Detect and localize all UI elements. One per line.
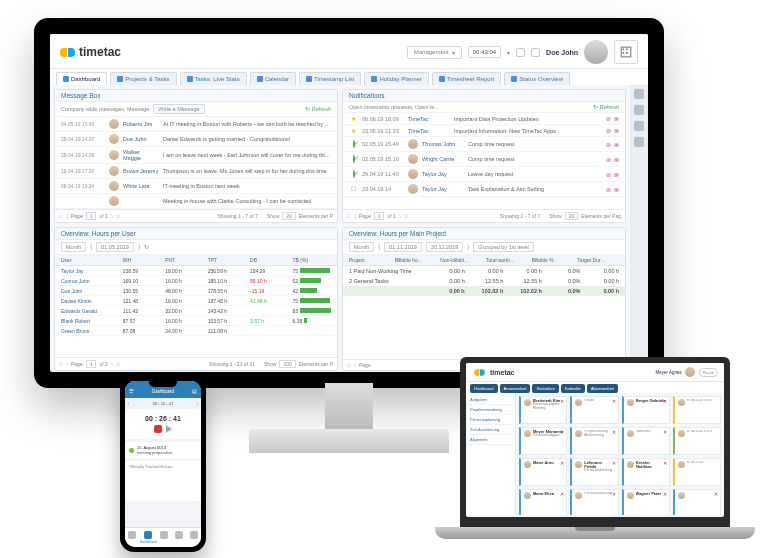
page-input[interactable]: 1	[86, 212, 97, 220]
notification-row[interactable]: ★ 06.06.19 18.09 TimeTac Important Data …	[343, 113, 625, 125]
group-select[interactable]: Grouped by 1st level	[473, 242, 533, 252]
close-icon[interactable]: ✕	[560, 429, 564, 435]
close-icon[interactable]: ✕	[612, 398, 616, 404]
current-task[interactable]: 15. August 0013 meeting preparation	[125, 442, 201, 458]
tab-timesheet-report[interactable]: Timesheet Report	[432, 72, 501, 85]
col-header[interactable]: WH	[121, 257, 163, 263]
laptop-tab[interactable]: Statistiken	[532, 384, 558, 393]
filter-icon[interactable]: ▤	[192, 389, 197, 394]
sidebar-item[interactable]: Zeit-Auswertung	[468, 425, 513, 435]
col-header[interactable]: Project	[347, 257, 393, 263]
col-header[interactable]: TB (%)	[291, 257, 333, 263]
col-header[interactable]: Target Dur…	[575, 257, 621, 263]
close-icon[interactable]: ✕	[612, 460, 616, 466]
person-card[interactable]: Wagner Peter ✕	[622, 489, 670, 515]
col-header[interactable]: Non-billabl…	[438, 257, 484, 263]
date-selector[interactable]: ‹ 00 - 26 - 41 ›	[125, 398, 201, 409]
next-page-icon[interactable]: ⟩	[111, 213, 113, 219]
notification-row[interactable]: ★ 23.05.19 21.33 TimeTac Important Infor…	[343, 125, 625, 137]
tab-projects-tasks[interactable]: Projects & Tasks	[110, 72, 176, 85]
org-button[interactable]	[614, 40, 638, 64]
col-header[interactable]: TPT	[206, 257, 248, 263]
nav-dashboard[interactable]: Dashboard	[140, 528, 157, 547]
laptop-tab[interactable]: Dashboard	[470, 384, 498, 393]
message-row[interactable]: 28.04.19 14.07 Doe John Daniel Edwards i…	[55, 132, 337, 147]
search-icon[interactable]: ⊘	[606, 115, 611, 122]
date-from-input[interactable]: 01.11.2019	[384, 242, 422, 252]
close-icon[interactable]: ✕	[663, 398, 667, 404]
table-row[interactable]: Blank Robert 87.57 16.00 h 103.57 h 3.57…	[55, 316, 337, 326]
close-icon[interactable]: ✕	[612, 429, 616, 435]
notification-row[interactable]: 02.05.19 15.10 Wright Carrie Comp time r…	[343, 152, 625, 167]
close-icon[interactable]: ✕	[560, 491, 564, 497]
person-card[interactable]: Kessler Matthias ✕	[622, 458, 670, 486]
tab-calendar[interactable]: Calendar	[250, 72, 296, 85]
person-card[interactable]: h: 08.2019 0.0%	[673, 396, 721, 424]
prev-page-icon[interactable]: ⟨	[66, 213, 68, 219]
page-input[interactable]: 1	[86, 360, 97, 368]
message-row[interactable]: 04.05.19 15.40 Roberts Jim At IT meeting…	[55, 117, 337, 132]
delete-icon[interactable]: ⊗	[614, 186, 619, 193]
last-page-icon[interactable]: ⟩⟩	[404, 213, 408, 219]
search-icon[interactable]: ⊘	[606, 127, 611, 134]
username[interactable]: Doe John	[546, 49, 578, 56]
search-icon[interactable]: ⊘	[606, 171, 611, 178]
close-icon[interactable]: ✕	[663, 491, 667, 497]
delete-icon[interactable]: ⊗	[614, 171, 619, 178]
notification-row[interactable]: ☐ 23.04.19 14 Taylor Jay Task Explanatio…	[343, 182, 625, 197]
page-size-input[interactable]: 100	[279, 360, 295, 368]
col-header[interactable]: User	[59, 257, 121, 263]
person-card[interactable]: Meyer MariannePersonalaufgabe ✕	[519, 427, 567, 455]
chevron-down-icon[interactable]: ▾	[507, 49, 510, 56]
prev-day-icon[interactable]: ‹	[128, 401, 129, 406]
col-header[interactable]: Billable ho…	[393, 257, 439, 263]
table-row[interactable]: 1 Paid Non-Working Time0.00 h0.00 h0.00 …	[343, 266, 625, 276]
prev-page-icon[interactable]: ⟨	[354, 213, 356, 219]
page-size-input[interactable]: 20	[565, 212, 579, 220]
table-row[interactable]: Green Bruce 87.08 24.00 h 111.08 h	[55, 326, 337, 336]
person-card[interactable]: h: 08.2019 0.0%	[673, 427, 721, 455]
tab-dashboard[interactable]: Dashboard	[56, 72, 107, 85]
date-input[interactable]: 01.05.2019	[96, 242, 134, 252]
brand-logo[interactable]: timetac	[472, 368, 515, 377]
nav-item[interactable]	[125, 528, 140, 547]
person-card[interactable]: Personalabteilung ✕	[570, 489, 618, 515]
play-button[interactable]	[166, 425, 172, 433]
date-to-input[interactable]: 30.11.2019	[426, 242, 464, 252]
brand-logo[interactable]: timetac	[60, 45, 121, 59]
refresh-button[interactable]: Refresh	[305, 106, 331, 112]
page-size-input[interactable]: 20	[282, 212, 296, 220]
close-icon[interactable]: ✕	[663, 460, 667, 466]
col-header[interactable]: PNT	[163, 257, 205, 263]
laptop-tab[interactable]: Anwesenheit	[500, 384, 531, 393]
first-page-icon[interactable]: ⟨⟨	[347, 213, 351, 219]
laptop-tab[interactable]: Abwesenheit	[587, 384, 618, 393]
sidebar-item[interactable]: Aufgaben	[468, 395, 513, 405]
message-row[interactable]: 28.04.19 14.06 Walker Maggie I am on lea…	[55, 147, 337, 164]
close-icon[interactable]: ✕	[663, 429, 667, 435]
write-message-button[interactable]: Write a Message	[153, 104, 204, 114]
table-row[interactable]: Connor John 169.10 16.00 h 185.10 h 89.1…	[55, 276, 337, 286]
message-row[interactable]: 16.04.19 17.20 Brown Jeremy Thompson is …	[55, 164, 337, 179]
person-card[interactable]: Maier Arno ✕	[519, 458, 567, 486]
table-row[interactable]: Taylor Jay 238.59 18.00 h 256.59 h 184.2…	[55, 266, 337, 276]
tab-status-overview[interactable]: Status Overview	[504, 72, 570, 85]
search-icon[interactable]: ⊘	[606, 156, 611, 163]
person-card[interactable]: Breitstedt KimPersonalaufgabe Meeting ✕	[519, 396, 567, 424]
sidebar-item[interactable]: Allgemein	[468, 435, 513, 445]
period-select[interactable]: Month	[61, 242, 86, 252]
close-icon[interactable]: ✕	[612, 491, 616, 497]
search-icon[interactable]: ⊘	[606, 186, 611, 193]
refresh-button[interactable]: Refresh	[593, 104, 619, 110]
search-icon[interactable]: ⊘	[606, 141, 611, 148]
laptop-tab[interactable]: Kalender	[561, 384, 585, 393]
rail-icon[interactable]	[634, 121, 644, 131]
close-icon[interactable]: ✕	[560, 460, 564, 466]
tab-holiday-planner[interactable]: Holiday Planner	[364, 72, 428, 85]
table-row[interactable]: Doe John 130.55 48.00 h 178.55 h -15.19 …	[55, 286, 337, 296]
person-card[interactable]: Mann Elisa ✕	[519, 489, 567, 515]
period-select[interactable]: Month	[349, 242, 374, 252]
table-row[interactable]: 2 General Tasks0.00 h12.55 h12.55 h0.0%0…	[343, 276, 625, 286]
delete-icon[interactable]: ⊗	[614, 127, 619, 134]
menu-icon[interactable]: ☰	[129, 389, 133, 394]
